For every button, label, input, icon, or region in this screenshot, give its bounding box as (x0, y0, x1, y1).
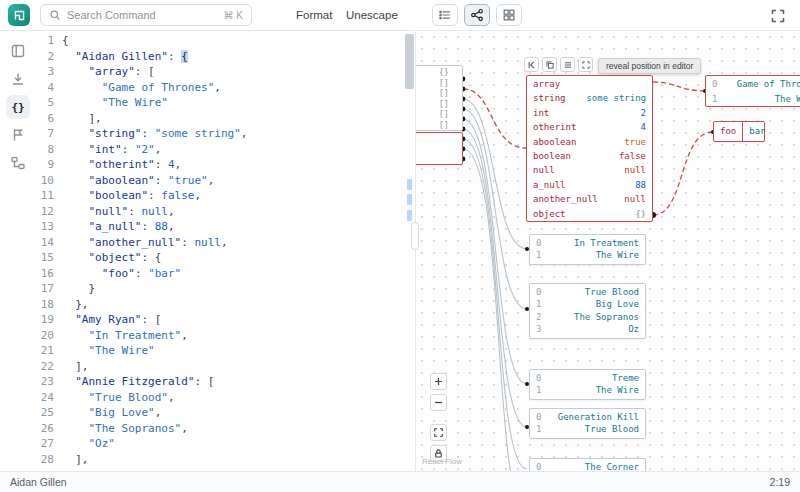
code-text: "Game of Thrones", (62, 80, 221, 96)
search-command-input[interactable]: Search Command ⌘ K (40, 4, 252, 26)
line-number: 26 (36, 421, 62, 437)
code-text: "object": { (62, 250, 161, 266)
code-line[interactable]: 19 "Amy Ryan": [ (36, 312, 415, 328)
sidebar-item-editor[interactable] (6, 39, 30, 63)
node-row: 1The Wire (706, 92, 800, 107)
code-text: "boolean": false, (62, 188, 201, 204)
grid-view-button[interactable] (496, 4, 522, 26)
array-node[interactable]: 0The Corner (529, 458, 646, 471)
scrollbar-highlight-mark (407, 194, 412, 205)
code-line[interactable]: 5 "The Wire" (36, 95, 415, 111)
code-line[interactable]: 17 } (36, 281, 415, 297)
line-number: 28 (36, 452, 62, 468)
node-row: 0Generation Kill (530, 411, 645, 423)
node-row: object{} (527, 207, 652, 221)
object-child-node[interactable]: foo bar (713, 121, 765, 142)
code-line[interactable]: 24 "True Blood", (36, 390, 415, 406)
array-node[interactable]: 0In Treatment1The Wire (529, 234, 646, 265)
status-bar: Aidan Gillen 2:19 (0, 471, 800, 492)
array-node[interactable]: 0Treme1The Wire (529, 369, 646, 400)
code-line[interactable]: 27 "Oz" (36, 436, 415, 452)
zoom-in-button[interactable] (430, 373, 447, 390)
line-number: 21 (36, 343, 62, 359)
code-line[interactable]: 11 "boolean": false, (36, 188, 415, 204)
expand-node-button[interactable] (578, 57, 593, 72)
code-line[interactable]: 6 ], (36, 111, 415, 127)
download-icon (10, 71, 26, 87)
app-logo[interactable] (8, 4, 30, 26)
code-line[interactable]: 3 "array": [ (36, 64, 415, 80)
line-number: 12 (36, 204, 62, 220)
node-row: 1The Wire (530, 384, 645, 396)
graph-panel[interactable]: {}[][][][][] rd reveal position in edito… (415, 31, 800, 471)
editor-scrollbar[interactable] (404, 31, 414, 471)
code-line[interactable]: 1{ (36, 33, 415, 49)
scrollbar-highlight-mark (407, 179, 412, 190)
code-text: "In Treatment", (62, 328, 188, 344)
code-line[interactable]: 22 ], (36, 359, 415, 375)
code-line[interactable]: 23 "Annie Fitzgerald": [ (36, 374, 415, 390)
list-view-button[interactable] (432, 4, 458, 26)
line-number: 9 (36, 157, 62, 173)
line-number: 11 (36, 188, 62, 204)
format-button[interactable]: Format (296, 0, 332, 30)
root-highlight-node[interactable]: rd (415, 132, 463, 165)
code-line[interactable]: 21 "The Wire" (36, 343, 415, 359)
code-line[interactable]: 7 "string": "some string", (36, 126, 415, 142)
code-text: "Annie Fitzgerald": [ (62, 374, 214, 390)
line-number: 22 (36, 359, 62, 375)
node-row: 2The Sopranos (530, 311, 645, 323)
code-line[interactable]: 8 "int": "2", (36, 142, 415, 158)
code-line[interactable]: 12 "null": null, (36, 204, 415, 220)
panel-resize-handle[interactable] (411, 222, 419, 250)
copy-node-button[interactable] (542, 57, 557, 72)
code-area[interactable]: 1{2 "Aidan Gillen": {3 "array": [4 "Game… (36, 33, 415, 467)
reveal-in-editor-button[interactable] (524, 57, 539, 72)
code-line[interactable]: 13 "a_null": 88, (36, 219, 415, 235)
code-line[interactable]: 18 }, (36, 297, 415, 313)
node-row: a_null88 (527, 178, 652, 192)
sidebar-item-hierarchy[interactable] (6, 151, 30, 175)
code-line[interactable]: 20 "In Treatment", (36, 328, 415, 344)
node-row: array (527, 77, 652, 91)
node-details-button[interactable] (560, 57, 575, 72)
logo-icon (13, 9, 26, 22)
node-row: 1The Wire (530, 249, 645, 261)
code-line[interactable]: 25 "Big Love", (36, 405, 415, 421)
sidebar-item-transform[interactable] (6, 123, 30, 147)
code-line[interactable]: 26 "The Sopranos", (36, 421, 415, 437)
sidebar-item-download[interactable] (6, 67, 30, 91)
graph-view-button[interactable] (464, 4, 490, 26)
unescape-button[interactable]: Unescape (346, 0, 398, 30)
graph-view-icon (470, 8, 484, 22)
code-line[interactable]: 4 "Game of Thrones", (36, 80, 415, 96)
zoom-out-button[interactable] (430, 394, 447, 411)
code-line[interactable]: 16 "foo": "bar" (36, 266, 415, 282)
node-row: abooleantrue (527, 135, 652, 149)
json-editor[interactable]: 1{2 "Aidan Gillen": {3 "array": [4 "Game… (36, 31, 415, 471)
cursor-position: 2:19 (770, 476, 790, 488)
line-number: 20 (36, 328, 62, 344)
selected-node[interactable]: arraystringsome stringint2otherint4abool… (526, 75, 653, 222)
code-text: "a_null": 88, (62, 219, 175, 235)
code-line[interactable]: 2 "Aidan Gillen": { (36, 49, 415, 65)
plus-icon (433, 376, 444, 387)
code-line[interactable]: 10 "aboolean": "true", (36, 173, 415, 189)
fit-view-button[interactable] (430, 424, 447, 441)
array-child-node[interactable]: 0Game of Thrones1The Wire (705, 75, 800, 107)
sidebar-item-json[interactable]: {} (6, 95, 30, 119)
root-node[interactable]: {}[][][][][] (415, 65, 463, 131)
search-icon (49, 9, 61, 21)
scrollbar-thumb[interactable] (405, 34, 414, 89)
node-row: stringsome string (527, 91, 652, 105)
code-line[interactable]: 15 "object": { (36, 250, 415, 266)
code-line[interactable]: 28 ], (36, 452, 415, 468)
reactflow-attribution[interactable]: React Flow (422, 457, 462, 466)
code-line[interactable]: 9 "otherint": 4, (36, 157, 415, 173)
array-node[interactable]: 0Generation Kill1True Blood (529, 408, 646, 439)
array-node[interactable]: 0True Blood1Big Love2The Sopranos3Oz (529, 283, 646, 339)
line-number: 4 (36, 80, 62, 96)
code-line[interactable]: 14 "another_null": null, (36, 235, 415, 251)
line-number: 10 (36, 173, 62, 189)
fullscreen-button[interactable] (770, 6, 790, 26)
